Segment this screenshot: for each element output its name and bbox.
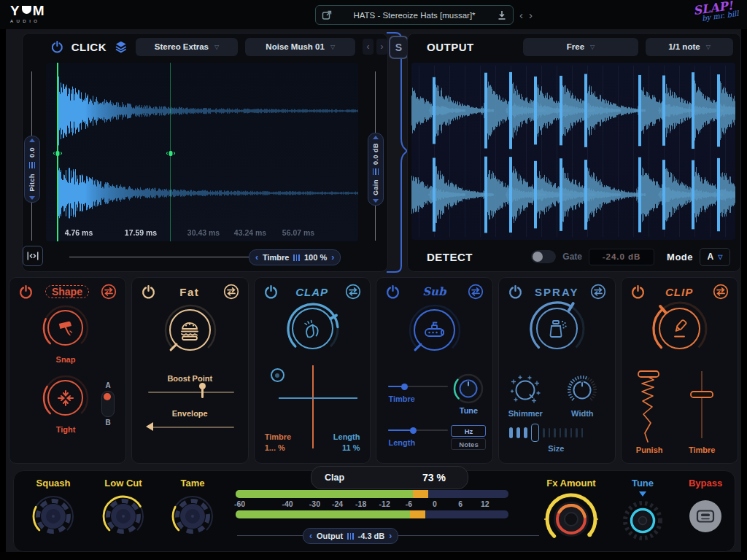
sync-value: Free bbox=[567, 42, 584, 51]
clip-knob[interactable] bbox=[651, 300, 709, 358]
sub-timbre-slider[interactable] bbox=[388, 386, 448, 387]
sample-start-marker[interactable]: ‹› bbox=[53, 149, 63, 157]
gate-threshold-field[interactable]: -24.0 dB bbox=[589, 249, 654, 265]
size-slider-handle[interactable] bbox=[531, 424, 539, 442]
preset-bar[interactable]: HATS - Stereoize Hats [mussar]* bbox=[315, 5, 514, 25]
chevron-down-icon: ▽ bbox=[590, 44, 595, 50]
ab-toggle[interactable]: A B bbox=[101, 381, 115, 427]
module-sub: Sub Timbre Length Tune Hz bbox=[376, 277, 493, 464]
top-bar: YM AUDIO HATS - Stereoize Hats [mussar]*… bbox=[0, 0, 747, 29]
output-title: OUTPUT bbox=[427, 41, 474, 53]
tame-knob[interactable] bbox=[171, 494, 214, 538]
solo-click-button[interactable]: S bbox=[389, 36, 409, 59]
pitch-down-arrow[interactable] bbox=[29, 196, 35, 200]
shimmer-knob[interactable] bbox=[509, 374, 541, 406]
click-power-icon[interactable] bbox=[50, 40, 64, 54]
fat-knob[interactable] bbox=[163, 303, 218, 358]
tune-knob[interactable] bbox=[452, 373, 484, 405]
tune-unit-toggle[interactable]: Hz Notes bbox=[451, 425, 486, 450]
tune-pointer-icon bbox=[639, 491, 646, 497]
pitch-up-arrow[interactable] bbox=[29, 139, 35, 142]
snap-knob[interactable] bbox=[42, 304, 90, 352]
shape-ab-swap-icon[interactable] bbox=[101, 284, 117, 300]
time-label: 56.07 ms bbox=[282, 228, 314, 237]
size-slider[interactable] bbox=[509, 424, 583, 442]
shape-power-icon[interactable] bbox=[18, 284, 34, 300]
master-tune-knob[interactable] bbox=[622, 500, 663, 541]
timbre-slider-track[interactable] bbox=[69, 257, 250, 257]
slap-logo: SLAP! by mr. bill bbox=[693, 0, 740, 23]
envelope-handle[interactable] bbox=[146, 422, 153, 431]
clap-xy-y-axis[interactable] bbox=[279, 397, 357, 399]
lowcut-knob[interactable] bbox=[101, 494, 145, 538]
prev-preset-button[interactable]: ‹ bbox=[519, 9, 523, 20]
sub-ab-swap-icon[interactable] bbox=[468, 284, 484, 300]
gain-down-arrow[interactable] bbox=[373, 199, 379, 203]
fx-amount-knob[interactable] bbox=[543, 491, 599, 547]
boost-point-slider[interactable] bbox=[148, 392, 234, 393]
timbre-right-arrow[interactable]: › bbox=[331, 254, 334, 261]
output-waveform-canvas bbox=[411, 63, 735, 240]
sample-end-marker[interactable]: ‹› bbox=[166, 149, 176, 157]
sub-timbre-handle[interactable] bbox=[401, 384, 408, 390]
unit-hz-button[interactable]: Hz bbox=[451, 425, 486, 437]
click-waveform-display[interactable]: 4.76 ms 17.59 ms 30.43 ms 43.24 ms 56.07… bbox=[46, 63, 358, 241]
layers-icon[interactable] bbox=[114, 39, 128, 54]
envelope-slider[interactable] bbox=[148, 427, 234, 428]
ab-toggle-pill[interactable] bbox=[101, 391, 115, 417]
clip-timbre-label: Timbre bbox=[678, 446, 725, 454]
click-category-dropdown[interactable]: Stereo Extras ▽ bbox=[136, 38, 239, 56]
clip-timbre-slider[interactable] bbox=[683, 370, 721, 443]
expand-range-button[interactable] bbox=[23, 246, 43, 266]
size-label: Size bbox=[533, 444, 579, 453]
sub-power-icon[interactable] bbox=[385, 284, 400, 300]
master-tune-label: Tune bbox=[632, 478, 654, 489]
clap-xy-x-axis[interactable] bbox=[312, 365, 314, 448]
squash-knob[interactable] bbox=[31, 494, 75, 538]
pitch-slider-handle[interactable]: 0.0 Pitch bbox=[24, 136, 40, 203]
clap-knob[interactable] bbox=[285, 301, 341, 357]
next-preset-button[interactable]: › bbox=[529, 9, 533, 20]
fat-power-icon[interactable] bbox=[141, 284, 156, 300]
output-right-arrow[interactable]: › bbox=[389, 532, 392, 540]
gate-toggle[interactable] bbox=[531, 250, 556, 263]
mode-dropdown[interactable]: A ▽ bbox=[700, 248, 730, 266]
clap-mode-radio[interactable] bbox=[271, 368, 285, 382]
punish-slider[interactable] bbox=[632, 370, 670, 444]
timbre-left-arrow[interactable]: ‹ bbox=[255, 254, 258, 261]
clap-length-label: Length bbox=[333, 432, 360, 441]
tame-label: Tame bbox=[181, 478, 205, 489]
spray-knob[interactable] bbox=[528, 300, 587, 358]
gain-up-arrow[interactable] bbox=[373, 136, 379, 139]
bypass-button[interactable] bbox=[689, 500, 721, 532]
preset-name[interactable]: HATS - Stereoize Hats [mussar]* bbox=[333, 11, 496, 20]
width-knob[interactable] bbox=[566, 374, 598, 406]
clap-ab-swap-icon[interactable] bbox=[345, 284, 361, 300]
clip-power-icon[interactable] bbox=[630, 284, 646, 300]
prev-sample-button[interactable]: ‹ bbox=[363, 39, 374, 55]
clap-power-icon[interactable] bbox=[263, 284, 279, 300]
spray-title: SPRAY bbox=[535, 286, 578, 298]
export-preset-icon[interactable] bbox=[321, 9, 333, 21]
output-left-arrow[interactable]: ‹ bbox=[309, 532, 312, 540]
module-clip: CLIP Punish Timbre bbox=[621, 277, 738, 464]
sync-dropdown[interactable]: Free ▽ bbox=[523, 38, 638, 56]
fat-ab-swap-icon[interactable] bbox=[223, 284, 239, 300]
boost-point-handle[interactable] bbox=[201, 386, 204, 398]
clip-ab-swap-icon[interactable] bbox=[713, 284, 729, 300]
spray-power-icon[interactable] bbox=[508, 284, 523, 300]
tight-knob[interactable] bbox=[42, 374, 90, 422]
unit-notes-button[interactable]: Notes bbox=[451, 438, 486, 450]
gain-slider-handle[interactable]: 0.0 dB Gain bbox=[368, 133, 384, 206]
click-sample-dropdown[interactable]: Noise Mush 01 ▽ bbox=[245, 38, 355, 56]
note-dropdown[interactable]: 1/1 note ▽ bbox=[646, 38, 733, 56]
sub-length-handle[interactable] bbox=[410, 427, 417, 434]
save-preset-icon[interactable] bbox=[496, 9, 508, 21]
output-gain-handle[interactable]: ‹ Output -4.3 dB › bbox=[303, 528, 398, 544]
timbre-slider-handle[interactable]: ‹ Timbre 100 % › bbox=[249, 249, 341, 265]
sub-length-slider[interactable] bbox=[388, 429, 448, 431]
spray-ab-swap-icon[interactable] bbox=[590, 284, 606, 300]
sub-knob[interactable] bbox=[407, 303, 462, 358]
pitch-label: Pitch bbox=[28, 174, 36, 192]
module-fat: Fat Boost Point Envelope bbox=[131, 277, 249, 464]
